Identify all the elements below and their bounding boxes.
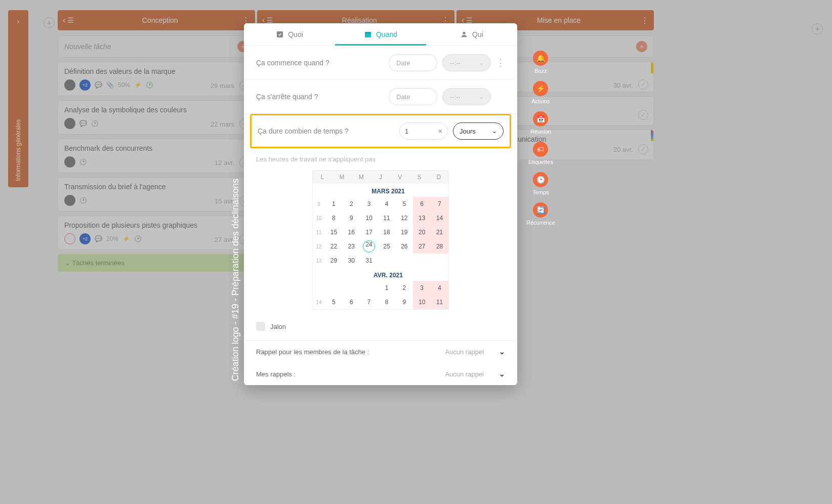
calendar-day[interactable]: 5: [395, 197, 413, 211]
milestone-checkbox[interactable]: [256, 322, 265, 331]
calendar-day[interactable]: 4: [378, 197, 396, 211]
calendar-day[interactable]: 31: [360, 254, 378, 268]
tab-quoi[interactable]: Quoi: [244, 23, 335, 46]
calendar-day[interactable]: 5: [325, 295, 343, 309]
calendar-day: [395, 254, 413, 268]
side-action-label: Récurrence: [526, 220, 555, 226]
calendar-day[interactable]: 2: [343, 197, 360, 211]
calendar-day[interactable]: 28: [431, 239, 448, 254]
start-date-input[interactable]: Date: [389, 54, 437, 71]
calendar-day[interactable]: 15: [325, 225, 343, 239]
side-action-etiquettes[interactable]: 🏷Etiquettes: [526, 142, 555, 165]
tag-icon: 🏷: [533, 142, 548, 157]
calendar-day[interactable]: 2: [395, 281, 413, 295]
calendar-day[interactable]: 1: [325, 197, 343, 211]
calendar-day[interactable]: 7: [431, 197, 448, 211]
start-label: Ça commence quand ?: [256, 59, 389, 67]
calendar-day[interactable]: 3: [360, 197, 378, 211]
modal-context-title: Création logo - #19 - Préparation des dé…: [230, 179, 241, 381]
duration-highlight: Ça dure combien de temps ? 1 × Jours ⌄: [250, 114, 511, 148]
tab-quand[interactable]: Quand: [335, 23, 426, 46]
calendar-day[interactable]: 7: [360, 295, 378, 309]
work-hours-note: Les heures de travail ne s'appliquent pa…: [244, 148, 517, 170]
modal-tabs: Quoi Quand Qui: [244, 23, 517, 46]
person-icon: [460, 30, 468, 38]
end-time-input[interactable]: --:--⌄: [442, 88, 491, 105]
calendar-day[interactable]: 9: [395, 295, 413, 309]
reminder-members-label: Rappel pour les membres de la tâche :: [256, 348, 369, 356]
calendar-day[interactable]: 3: [413, 281, 431, 295]
calendar-day[interactable]: 10: [360, 211, 378, 225]
reminder-members-value: Aucun rappel: [445, 348, 484, 356]
calendar-day[interactable]: 9: [343, 211, 360, 225]
calendar-day[interactable]: 4: [431, 281, 448, 295]
calendar-day[interactable]: 17: [360, 225, 378, 239]
calendar-week-row: 91234567: [313, 197, 448, 211]
calendar-day[interactable]: 24: [360, 239, 378, 254]
side-action-label: Réunion: [530, 129, 551, 135]
svg-point-3: [463, 32, 465, 34]
end-date-input[interactable]: Date: [389, 88, 437, 105]
side-action-récurrence[interactable]: 🔄Récurrence: [526, 202, 555, 226]
refresh-icon: 🔄: [533, 202, 548, 218]
calendar-day[interactable]: 23: [343, 239, 360, 254]
calendar-day: [325, 281, 343, 295]
reminder-members-row[interactable]: Rappel pour les membres de la tâche : Au…: [244, 341, 517, 363]
milestone-row: Jalon: [244, 317, 517, 341]
duration-value-input[interactable]: 1 ×: [399, 122, 448, 140]
calendar-day[interactable]: 30: [343, 254, 360, 268]
bolt-icon: ⚡: [533, 81, 548, 96]
svg-rect-2: [365, 32, 371, 33]
checkbox-icon: [276, 30, 284, 38]
calendar-day[interactable]: 6: [413, 197, 431, 211]
side-action-réunion[interactable]: 📅Réunion: [526, 111, 555, 135]
calendar-day[interactable]: 19: [395, 225, 413, 239]
clear-icon[interactable]: ×: [438, 127, 442, 135]
calendar-day[interactable]: 20: [413, 225, 431, 239]
calendar-today[interactable]: 24: [363, 240, 375, 253]
calendar-day: [413, 254, 431, 268]
calendar-day[interactable]: 11: [378, 211, 396, 225]
side-action-actions[interactable]: ⚡Actions: [526, 81, 555, 104]
svg-rect-0: [277, 31, 283, 37]
calendar-day[interactable]: 13: [413, 211, 431, 225]
tab-label: Qui: [472, 30, 483, 38]
calendar-day[interactable]: 10: [413, 295, 431, 309]
calendar-day[interactable]: 16: [343, 225, 360, 239]
calendar-day[interactable]: 14: [431, 211, 448, 225]
calendar-month-label: AVR. 2021: [328, 268, 448, 281]
side-action-buzz[interactable]: 🔔Buzz: [526, 51, 555, 74]
duration-value: 1: [405, 128, 408, 135]
calendar-day[interactable]: 12: [395, 211, 413, 225]
calendar-day[interactable]: 6: [343, 295, 360, 309]
calendar-day[interactable]: 21: [431, 225, 448, 239]
calendar-day[interactable]: 25: [378, 239, 396, 254]
calendar-day[interactable]: 18: [378, 225, 396, 239]
calendar-day[interactable]: 22: [325, 239, 343, 254]
duration-unit-select[interactable]: Jours ⌄: [453, 122, 504, 140]
calendar-day[interactable]: 27: [413, 239, 431, 254]
week-number: 14: [313, 295, 325, 309]
side-action-temps[interactable]: 🕑Temps: [526, 172, 555, 195]
reminder-self-row[interactable]: Mes rappels : Aucun rappel ⌄: [244, 363, 517, 385]
calendar-day[interactable]: 8: [378, 295, 396, 309]
tab-qui[interactable]: Qui: [426, 23, 517, 46]
more-icon[interactable]: ⋮: [496, 57, 505, 68]
calendar-week-row: 1222232425262728: [313, 239, 448, 254]
calendar-day[interactable]: 11: [431, 295, 448, 309]
calendar-day: [343, 281, 360, 295]
week-number: 12: [313, 239, 325, 254]
duration-unit: Jours: [460, 128, 476, 135]
calendar-day[interactable]: 1: [378, 281, 396, 295]
calendar-icon: [364, 30, 372, 38]
task-modal: Quoi Quand Qui Ça commence quand ? Date …: [244, 23, 517, 385]
chevron-down-icon: ⌄: [492, 128, 497, 135]
calendar-day[interactable]: 8: [325, 211, 343, 225]
calendar-month-label: MARS 2021: [328, 184, 448, 197]
start-time-input[interactable]: --:--⌄: [442, 54, 491, 71]
bell-icon: 🔔: [533, 51, 548, 66]
calendar-day[interactable]: 29: [325, 254, 343, 268]
task-modal-wrapper: Création logo - #19 - Préparation des dé…: [230, 23, 555, 385]
reminder-self-value: Aucun rappel: [445, 370, 484, 378]
calendar-day[interactable]: 26: [395, 239, 413, 254]
